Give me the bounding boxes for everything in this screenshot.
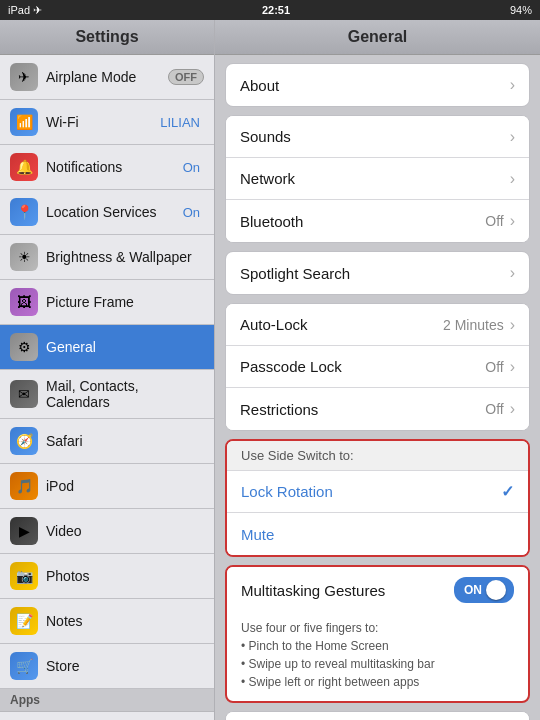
- sidebar-item-brightness[interactable]: ☀Brightness & Wallpaper: [0, 235, 214, 280]
- bottom-groups-container: Date & Time›Keyboard›International›Acces…: [215, 711, 540, 720]
- sidebar-item-notifications[interactable]: 🔔NotificationsOn: [0, 145, 214, 190]
- chevron-icon: ›: [510, 358, 515, 376]
- airplane-toggle[interactable]: OFF: [168, 69, 204, 85]
- settings-row[interactable]: Auto-Lock2 Minutes›: [226, 304, 529, 346]
- safari-icon: 🧭: [10, 427, 38, 455]
- sidebar-item-notes[interactable]: 📝Notes: [0, 599, 214, 644]
- chevron-icon: ›: [510, 264, 515, 282]
- wifi-icon: 📶: [10, 108, 38, 136]
- chevron-icon: ›: [510, 76, 515, 94]
- chevron-icon: ›: [510, 170, 515, 188]
- settings-group-group5: Date & Time›Keyboard›International›Acces…: [225, 711, 530, 720]
- general-label: General: [46, 339, 204, 355]
- settings-row[interactable]: BluetoothOff›: [226, 200, 529, 242]
- row-label: Passcode Lock: [240, 358, 485, 375]
- multitasking-label: Multitasking Gestures: [241, 582, 454, 599]
- side-switch-row-label: Mute: [241, 526, 514, 543]
- notifications-label: Notifications: [46, 159, 183, 175]
- row-label: About: [240, 77, 510, 94]
- chevron-icon: ›: [510, 212, 515, 230]
- picture-label: Picture Frame: [46, 294, 204, 310]
- settings-row[interactable]: About›: [226, 64, 529, 106]
- row-label: Sounds: [240, 128, 510, 145]
- apps-section-header: Apps: [0, 689, 214, 712]
- picture-icon: 🖼: [10, 288, 38, 316]
- chevron-icon: ›: [510, 128, 515, 146]
- toggle-on-label: ON: [464, 583, 482, 597]
- multitasking-row[interactable]: Multitasking Gestures ON: [227, 567, 528, 613]
- sidebar-item-store[interactable]: 🛒Store: [0, 644, 214, 689]
- row-label: Restrictions: [240, 401, 485, 418]
- store-icon: 🛒: [10, 652, 38, 680]
- sidebar-item-ibooks[interactable]: 📚iBooks: [0, 712, 214, 720]
- side-switch-group: Use Side Switch to: Lock Rotation✓Mute: [225, 439, 530, 557]
- row-label: Spotlight Search: [240, 265, 510, 282]
- ipod-label: iPod: [46, 478, 204, 494]
- side-switch-row[interactable]: Lock Rotation✓: [227, 471, 528, 513]
- side-switch-rows: Lock Rotation✓Mute: [227, 471, 528, 555]
- right-panel: General About›Sounds›Network›BluetoothOf…: [215, 20, 540, 720]
- sidebar-header: Settings: [0, 20, 214, 55]
- mail-icon: ✉: [10, 380, 38, 408]
- row-value: Off: [485, 359, 503, 375]
- video-label: Video: [46, 523, 204, 539]
- status-time: 22:51: [262, 4, 290, 16]
- row-label: Auto-Lock: [240, 316, 443, 333]
- settings-row[interactable]: Passcode LockOff›: [226, 346, 529, 388]
- sidebar-item-mail[interactable]: ✉Mail, Contacts, Calendars: [0, 370, 214, 419]
- settings-group-group3: Spotlight Search›: [225, 251, 530, 295]
- sidebar-item-picture[interactable]: 🖼Picture Frame: [0, 280, 214, 325]
- location-label: Location Services: [46, 204, 183, 220]
- row-label: Bluetooth: [240, 213, 485, 230]
- sidebar-item-airplane[interactable]: ✈Airplane ModeOFF: [0, 55, 214, 100]
- location-value: On: [183, 205, 200, 220]
- store-label: Store: [46, 658, 204, 674]
- panel-header: General: [215, 20, 540, 55]
- row-value: Off: [485, 213, 503, 229]
- sidebar-item-photos[interactable]: 📷Photos: [0, 554, 214, 599]
- brightness-icon: ☀: [10, 243, 38, 271]
- settings-group-group4: Auto-Lock2 Minutes›Passcode LockOff›Rest…: [225, 303, 530, 431]
- chevron-icon: ›: [510, 316, 515, 334]
- main-layout: Settings ✈Airplane ModeOFF📶Wi-FiLILIAN🔔N…: [0, 20, 540, 720]
- photos-label: Photos: [46, 568, 204, 584]
- battery-indicator: 94%: [510, 4, 532, 16]
- settings-row[interactable]: RestrictionsOff›: [226, 388, 529, 430]
- settings-group-group2: Sounds›Network›BluetoothOff›: [225, 115, 530, 243]
- notifications-value: On: [183, 160, 200, 175]
- wifi-value: LILIAN: [160, 115, 200, 130]
- sidebar-item-ipod[interactable]: 🎵iPod: [0, 464, 214, 509]
- sidebar: Settings ✈Airplane ModeOFF📶Wi-FiLILIAN🔔N…: [0, 20, 215, 720]
- settings-group-group1: About›: [225, 63, 530, 107]
- safari-label: Safari: [46, 433, 204, 449]
- sidebar-item-wifi[interactable]: 📶Wi-FiLILIAN: [0, 100, 214, 145]
- side-switch-row[interactable]: Mute: [227, 513, 528, 555]
- right-groups-container: About›Sounds›Network›BluetoothOff›Spotli…: [215, 63, 540, 431]
- ipod-icon: 🎵: [10, 472, 38, 500]
- location-icon: 📍: [10, 198, 38, 226]
- airplane-icon: ✈: [10, 63, 38, 91]
- side-switch-row-label: Lock Rotation: [241, 483, 501, 500]
- sidebar-item-general[interactable]: ⚙General: [0, 325, 214, 370]
- status-left: iPad ✈: [8, 4, 42, 17]
- sidebar-item-location[interactable]: 📍Location ServicesOn: [0, 190, 214, 235]
- row-label: Network: [240, 170, 510, 187]
- mail-label: Mail, Contacts, Calendars: [46, 378, 204, 410]
- sidebar-item-safari[interactable]: 🧭Safari: [0, 419, 214, 464]
- airplane-label: Airplane Mode: [46, 69, 168, 85]
- row-value: 2 Minutes: [443, 317, 504, 333]
- chevron-icon: ›: [510, 400, 515, 418]
- status-bar: iPad ✈ 22:51 94%: [0, 0, 540, 20]
- settings-row[interactable]: Date & Time›: [226, 712, 529, 720]
- status-ipad: iPad ✈: [8, 4, 42, 17]
- multitasking-toggle[interactable]: ON: [454, 577, 514, 603]
- sidebar-item-video[interactable]: ▶Video: [0, 509, 214, 554]
- settings-row[interactable]: Network›: [226, 158, 529, 200]
- settings-row[interactable]: Spotlight Search›: [226, 252, 529, 294]
- settings-row[interactable]: Sounds›: [226, 116, 529, 158]
- notes-label: Notes: [46, 613, 204, 629]
- toggle-thumb: [486, 580, 506, 600]
- checkmark-icon: ✓: [501, 482, 514, 501]
- row-value: Off: [485, 401, 503, 417]
- notes-icon: 📝: [10, 607, 38, 635]
